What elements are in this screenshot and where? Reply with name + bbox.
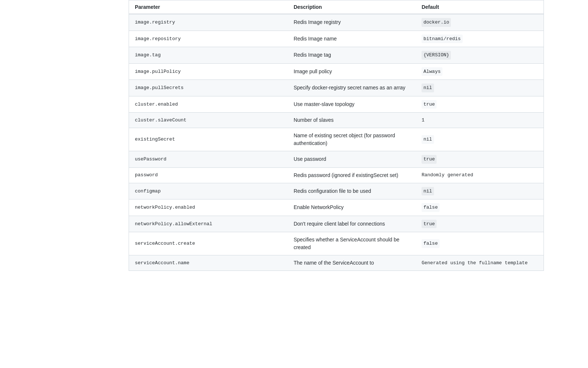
table-row: configmapRedis configuration file to be …: [129, 183, 544, 199]
cell-default: {VERSION}: [416, 47, 544, 64]
table-row: image.repositoryRedis Image namebitnami/…: [129, 31, 544, 47]
cell-default: true: [416, 96, 544, 113]
cell-default: nil: [416, 183, 544, 199]
cell-description: Image pull policy: [288, 63, 416, 80]
cell-parameter: networkPolicy.allowExternal: [129, 216, 288, 232]
table-row: image.pullSecretsSpecify docker-registry…: [129, 80, 544, 96]
cell-description: Use password: [288, 151, 416, 168]
cell-default: nil: [416, 80, 544, 96]
cell-description: Redis Image registry: [288, 14, 416, 31]
cell-parameter: password: [129, 167, 288, 183]
cell-parameter: networkPolicy.enabled: [129, 199, 288, 216]
cell-parameter: existingSecret: [129, 128, 288, 151]
cell-default: false: [416, 232, 544, 255]
cell-description: Redis Image tag: [288, 47, 416, 64]
table-row: image.tagRedis Image tag{VERSION}: [129, 47, 544, 64]
cell-default: Randomly generated: [416, 167, 544, 183]
cell-description: Don't require client label for connectio…: [288, 216, 416, 232]
cell-parameter: image.registry: [129, 14, 288, 31]
cell-parameter: usePassword: [129, 151, 288, 168]
cell-description: Enable NetworkPolicy: [288, 199, 416, 216]
cell-parameter: image.tag: [129, 47, 288, 64]
cell-description: The name of the ServiceAccount to: [288, 255, 416, 271]
table-row: serviceAccount.nameThe name of the Servi…: [129, 255, 544, 271]
table-row: image.pullPolicyImage pull policyAlways: [129, 63, 544, 80]
header-description: Description: [288, 0, 416, 14]
page-container: Parameter Description Default image.regi…: [0, 0, 588, 368]
cell-default: nil: [416, 128, 544, 151]
parameters-table: Parameter Description Default image.regi…: [129, 0, 544, 271]
cell-description: Number of slaves: [288, 113, 416, 128]
table-row: existingSecretName of existing secret ob…: [129, 128, 544, 151]
cell-parameter: serviceAccount.create: [129, 232, 288, 255]
table-header-row: Parameter Description Default: [129, 0, 544, 14]
table-row: image.registryRedis Image registrydocker…: [129, 14, 544, 31]
cell-default: 1: [416, 113, 544, 128]
cell-description: Specifies whether a ServiceAccount shoul…: [288, 232, 416, 255]
content-area: Parameter Description Default image.regi…: [129, 0, 544, 368]
cell-parameter: serviceAccount.name: [129, 255, 288, 271]
cell-default: bitnami/redis: [416, 31, 544, 47]
cell-description: Specify docker-registry secret names as …: [288, 80, 416, 96]
cell-parameter: image.repository: [129, 31, 288, 47]
cell-default: Generated using the fullname template: [416, 255, 544, 271]
cell-parameter: cluster.enabled: [129, 96, 288, 113]
cell-description: Redis Image name: [288, 31, 416, 47]
cell-default: Always: [416, 63, 544, 80]
table-row: networkPolicy.enabledEnable NetworkPolic…: [129, 199, 544, 216]
cell-default: true: [416, 216, 544, 232]
table-row: cluster.slaveCountNumber of slaves1: [129, 113, 544, 128]
cell-default: docker.io: [416, 14, 544, 31]
cell-parameter: cluster.slaveCount: [129, 113, 288, 128]
header-default: Default: [416, 0, 544, 14]
cell-description: Redis password (ignored if existingSecre…: [288, 167, 416, 183]
cell-parameter: image.pullPolicy: [129, 63, 288, 80]
cell-parameter: configmap: [129, 183, 288, 199]
cell-parameter: image.pullSecrets: [129, 80, 288, 96]
cell-default: false: [416, 199, 544, 216]
table-row: networkPolicy.allowExternalDon't require…: [129, 216, 544, 232]
table-row: usePasswordUse passwordtrue: [129, 151, 544, 168]
header-parameter: Parameter: [129, 0, 288, 14]
table-row: serviceAccount.createSpecifies whether a…: [129, 232, 544, 255]
cell-description: Use master-slave topology: [288, 96, 416, 113]
table-row: cluster.enabledUse master-slave topology…: [129, 96, 544, 113]
cell-description: Name of existing secret object (for pass…: [288, 128, 416, 151]
cell-description: Redis configuration file to be used: [288, 183, 416, 199]
table-row: passwordRedis password (ignored if exist…: [129, 167, 544, 183]
cell-default: true: [416, 151, 544, 168]
